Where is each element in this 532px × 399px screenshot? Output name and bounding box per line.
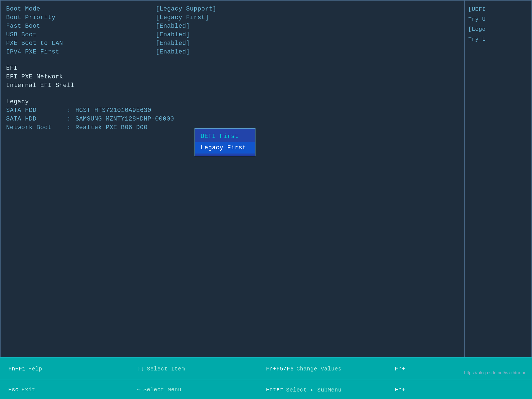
network-boot-value: Realtek PXE B06 D00 xyxy=(75,124,147,131)
right-panel-line-2: Try U xyxy=(468,14,528,24)
status-fn-f5-f6-key: Fn+F5/F6 xyxy=(266,366,294,372)
usb-boot-value: [Enabled] xyxy=(156,31,190,38)
sata-hdd-1-value: HGST HTS721010A9E630 xyxy=(75,107,151,114)
sata-hdd-2-label: SATA HDD xyxy=(6,116,67,122)
fast-boot-value: [Enabled] xyxy=(156,23,190,30)
legacy-section-header: Legacy xyxy=(6,98,459,105)
status-fn-key-2: Fn+ xyxy=(395,387,405,393)
efi-pxe-network: EFI PXE Network xyxy=(6,73,459,80)
status-select-menu: ↔ Select Menu xyxy=(137,387,266,393)
setting-row-boot-priority: Boot Priority [Legacy First] xyxy=(6,14,459,21)
usb-boot-label: USB Boot xyxy=(6,31,156,38)
sata-hdd-1-sep: : xyxy=(67,107,75,114)
setting-row-fast-boot: Fast Boot [Enabled] xyxy=(6,23,459,30)
status-help-desc: Help xyxy=(29,366,42,372)
pxe-boot-value: [Enabled] xyxy=(156,40,190,47)
sata-hdd-1-label: SATA HDD xyxy=(6,107,67,114)
boot-mode-label: Boot Mode xyxy=(6,6,156,12)
status-change-values: Fn+F5/F6 Change Values xyxy=(266,366,395,372)
sata-hdd-2-value: SAMSUNG MZNTY128HDHP-00000 xyxy=(75,116,174,122)
setting-row-boot-mode: Boot Mode [Legacy Support] xyxy=(6,6,459,12)
bios-screen: Boot Mode [Legacy Support] Boot Priority… xyxy=(0,0,532,399)
status-select-item: ↑↓ Select Item xyxy=(137,366,266,372)
sata-hdd-2-row: SATA HDD : SAMSUNG MZNTY128HDHP-00000 xyxy=(6,116,459,122)
status-lr-arrows-key: ↔ xyxy=(137,387,141,393)
right-panel: [UEFI Try U [Lego Try L xyxy=(465,1,531,357)
setting-row-pxe-boot: PXE Boot to LAN [Enabled] xyxy=(6,40,459,47)
watermark: https://blog.csdn.net/wxkhturfun xyxy=(464,370,526,375)
sata-hdd-2-sep: : xyxy=(67,116,75,122)
status-help: Fn+F1 Help xyxy=(8,366,137,372)
status-exit-desc: Exit xyxy=(22,387,35,393)
setting-row-usb-boot: USB Boot [Enabled] xyxy=(6,31,459,38)
dropdown-uefi-first[interactable]: UEFI First xyxy=(195,131,255,142)
sata-hdd-1-row: SATA HDD : HGST HTS721010A9E630 xyxy=(6,107,459,114)
status-bar-2: Esc Exit ↔ Select Menu Enter Select ▸ Su… xyxy=(0,380,532,399)
network-boot-sep: : xyxy=(67,124,75,131)
right-panel-line-3: [Lego xyxy=(468,24,528,34)
right-panel-line-4: Try L xyxy=(468,34,528,44)
status-submenu-desc: Select ▸ SubMenu xyxy=(286,386,342,393)
ipv4-value: [Enabled] xyxy=(156,48,190,55)
status-arrows-key: ↑↓ xyxy=(137,366,144,372)
boot-mode-value: [Legacy Support] xyxy=(156,6,216,12)
status-enter-key: Enter xyxy=(266,387,283,393)
pxe-boot-label: PXE Boot to LAN xyxy=(6,40,156,47)
status-enter-submenu: Enter Select ▸ SubMenu xyxy=(266,386,395,393)
status-bar: Fn+F1 Help ↑↓ Select Item Fn+F5/F6 Chang… xyxy=(0,357,532,380)
boot-priority-value: [Legacy First] xyxy=(156,14,209,21)
setting-row-ipv4: IPV4 PXE First [Enabled] xyxy=(6,48,459,55)
boot-priority-label: Boot Priority xyxy=(6,14,156,21)
internal-efi-shell: Internal EFI Shell xyxy=(6,82,459,89)
left-panel: Boot Mode [Legacy Support] Boot Priority… xyxy=(1,1,465,357)
network-boot-label: Network Boot xyxy=(6,124,67,131)
status-select-item-desc: Select Item xyxy=(147,366,185,372)
fast-boot-label: Fast Boot xyxy=(6,23,156,30)
efi-section-header: EFI xyxy=(6,65,459,72)
status-fn-key: Fn+ xyxy=(395,366,405,372)
status-change-values-desc: Change Values xyxy=(296,366,342,372)
ipv4-label: IPV4 PXE First xyxy=(6,48,156,55)
right-panel-line-1: [UEFI xyxy=(468,4,528,14)
status-fn-extra-2: Fn+ xyxy=(395,387,524,393)
status-esc-key: Esc xyxy=(8,387,19,393)
dropdown-legacy-first[interactable]: Legacy First xyxy=(195,142,255,154)
status-select-menu-desc: Select Menu xyxy=(144,387,182,393)
status-fn-f1-key: Fn+F1 xyxy=(8,366,26,372)
status-esc: Esc Exit xyxy=(8,387,137,393)
boot-priority-dropdown[interactable]: UEFI First Legacy First xyxy=(195,128,255,156)
main-area: Boot Mode [Legacy Support] Boot Priority… xyxy=(0,0,532,357)
